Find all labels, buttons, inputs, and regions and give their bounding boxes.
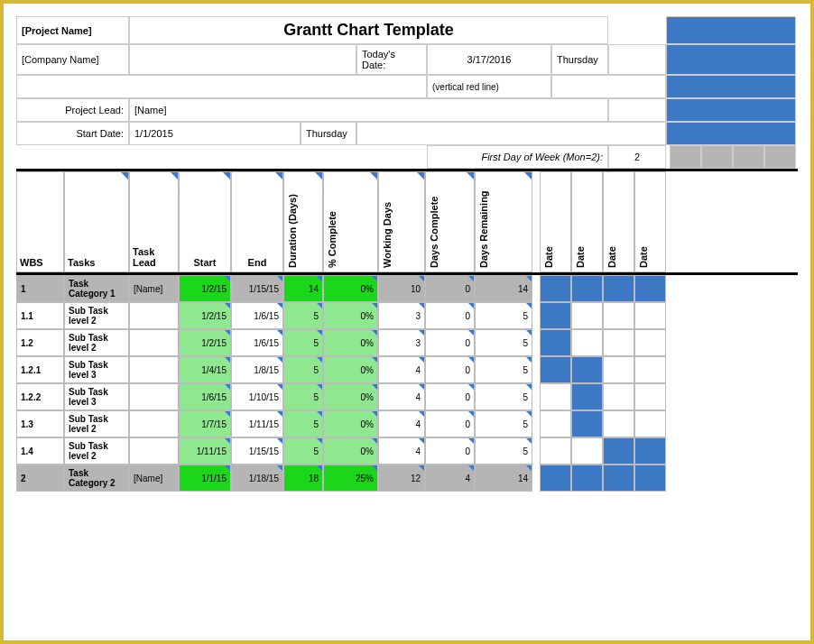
task-cell[interactable]: Sub Task level 2: [64, 437, 129, 465]
col-start[interactable]: Start: [179, 171, 231, 272]
lead-cell[interactable]: [Name]: [129, 465, 179, 492]
start-cell[interactable]: 1/6/15: [179, 383, 231, 410]
wbs-cell[interactable]: 1: [16, 275, 64, 302]
first-day-value[interactable]: 2: [608, 145, 666, 169]
duration-cell[interactable]: 5: [283, 356, 323, 383]
days-complete-cell[interactable]: 0: [425, 356, 475, 383]
lead-cell[interactable]: [129, 302, 179, 329]
col-days-complete[interactable]: Days Complete: [425, 171, 475, 272]
working-days-cell[interactable]: 4: [378, 383, 425, 410]
percent-cell[interactable]: 0%: [323, 383, 378, 410]
percent-cell[interactable]: 0%: [323, 356, 378, 383]
percent-cell[interactable]: 0%: [323, 437, 378, 465]
days-remaining-cell[interactable]: 5: [475, 329, 532, 356]
days-complete-cell[interactable]: 0: [425, 437, 475, 465]
col-date-2[interactable]: Date: [571, 171, 603, 272]
duration-cell[interactable]: 14: [283, 275, 323, 302]
col-date-3[interactable]: Date: [603, 171, 634, 272]
days-remaining-cell[interactable]: 14: [475, 275, 532, 302]
task-cell[interactable]: Task Category 1: [64, 275, 129, 302]
task-cell[interactable]: Sub Task level 2: [64, 329, 129, 356]
start-cell[interactable]: 1/1/15: [179, 465, 231, 492]
col-working-days[interactable]: Working Days: [378, 171, 425, 272]
wbs-cell[interactable]: 1.3: [16, 410, 64, 437]
working-days-cell[interactable]: 4: [378, 410, 425, 437]
percent-cell[interactable]: 25%: [323, 465, 378, 492]
start-cell[interactable]: 1/11/15: [179, 437, 231, 465]
end-cell[interactable]: 1/15/15: [231, 275, 283, 302]
wbs-cell[interactable]: 1.2.2: [16, 383, 64, 410]
col-duration[interactable]: Duration (Days): [283, 171, 323, 272]
end-cell[interactable]: 1/6/15: [231, 329, 283, 356]
end-cell[interactable]: 1/6/15: [231, 302, 283, 329]
days-remaining-cell[interactable]: 14: [475, 465, 532, 492]
days-remaining-cell[interactable]: 5: [475, 302, 532, 329]
wbs-cell[interactable]: 1.1: [16, 302, 64, 329]
percent-cell[interactable]: 0%: [323, 275, 378, 302]
lead-cell[interactable]: [129, 356, 179, 383]
days-complete-cell[interactable]: 0: [425, 275, 475, 302]
wbs-cell[interactable]: 2: [16, 465, 64, 492]
end-cell[interactable]: 1/15/15: [231, 437, 283, 465]
wbs-cell[interactable]: 1.2: [16, 329, 64, 356]
col-days-remaining[interactable]: Days Remaining: [475, 171, 532, 272]
days-remaining-cell[interactable]: 5: [475, 437, 532, 465]
end-cell[interactable]: 1/11/15: [231, 410, 283, 437]
col-date-1[interactable]: Date: [540, 171, 571, 272]
duration-cell[interactable]: 5: [283, 329, 323, 356]
wbs-cell[interactable]: 1.4: [16, 437, 64, 465]
duration-cell[interactable]: 5: [283, 383, 323, 410]
lead-cell[interactable]: [129, 437, 179, 465]
todays-date[interactable]: 3/17/2016: [427, 44, 551, 75]
col-tasks[interactable]: Tasks: [64, 171, 129, 272]
task-cell[interactable]: Sub Task level 3: [64, 356, 129, 383]
task-cell[interactable]: Sub Task level 3: [64, 383, 129, 410]
task-cell[interactable]: Sub Task level 2: [64, 302, 129, 329]
task-cell[interactable]: Sub Task level 2: [64, 410, 129, 437]
project-lead[interactable]: [Name]: [129, 98, 608, 122]
start-cell[interactable]: 1/7/15: [179, 410, 231, 437]
working-days-cell[interactable]: 10: [378, 275, 425, 302]
start-date[interactable]: 1/1/2015: [129, 122, 301, 145]
col-percent-complete[interactable]: % Complete: [323, 171, 378, 272]
percent-cell[interactable]: 0%: [323, 302, 378, 329]
working-days-cell[interactable]: 4: [378, 356, 425, 383]
end-cell[interactable]: 1/18/15: [231, 465, 283, 492]
working-days-cell[interactable]: 3: [378, 329, 425, 356]
start-cell[interactable]: 1/2/15: [179, 302, 231, 329]
start-cell[interactable]: 1/2/15: [179, 329, 231, 356]
start-cell[interactable]: 1/2/15: [179, 275, 231, 302]
task-cell[interactable]: Task Category 2: [64, 465, 129, 492]
days-complete-cell[interactable]: 4: [425, 465, 475, 492]
project-name-cell[interactable]: [Project Name]: [16, 16, 129, 44]
col-task-lead[interactable]: Task Lead: [129, 171, 179, 272]
duration-cell[interactable]: 18: [283, 465, 323, 492]
working-days-cell[interactable]: 3: [378, 302, 425, 329]
lead-cell[interactable]: [129, 383, 179, 410]
lead-cell[interactable]: [129, 410, 179, 437]
days-complete-cell[interactable]: 0: [425, 410, 475, 437]
days-remaining-cell[interactable]: 5: [475, 383, 532, 410]
working-days-cell[interactable]: 4: [378, 437, 425, 465]
start-cell[interactable]: 1/4/15: [179, 356, 231, 383]
duration-cell[interactable]: 5: [283, 437, 323, 465]
days-remaining-cell[interactable]: 5: [475, 356, 532, 383]
days-complete-cell[interactable]: 0: [425, 302, 475, 329]
end-cell[interactable]: 1/8/15: [231, 356, 283, 383]
lead-cell[interactable]: [Name]: [129, 275, 179, 302]
duration-cell[interactable]: 5: [283, 302, 323, 329]
days-complete-cell[interactable]: 0: [425, 383, 475, 410]
percent-cell[interactable]: 0%: [323, 329, 378, 356]
company-name[interactable]: [Company Name]: [16, 44, 129, 75]
days-remaining-cell[interactable]: 5: [475, 410, 532, 437]
col-date-4[interactable]: Date: [634, 171, 666, 272]
lead-cell[interactable]: [129, 329, 179, 356]
col-end[interactable]: End: [231, 171, 283, 272]
end-cell[interactable]: 1/10/15: [231, 383, 283, 410]
duration-cell[interactable]: 5: [283, 410, 323, 437]
percent-cell[interactable]: 0%: [323, 410, 378, 437]
wbs-cell[interactable]: 1.2.1: [16, 356, 64, 383]
working-days-cell[interactable]: 12: [378, 465, 425, 492]
col-wbs[interactable]: WBS: [16, 171, 64, 272]
days-complete-cell[interactable]: 0: [425, 329, 475, 356]
